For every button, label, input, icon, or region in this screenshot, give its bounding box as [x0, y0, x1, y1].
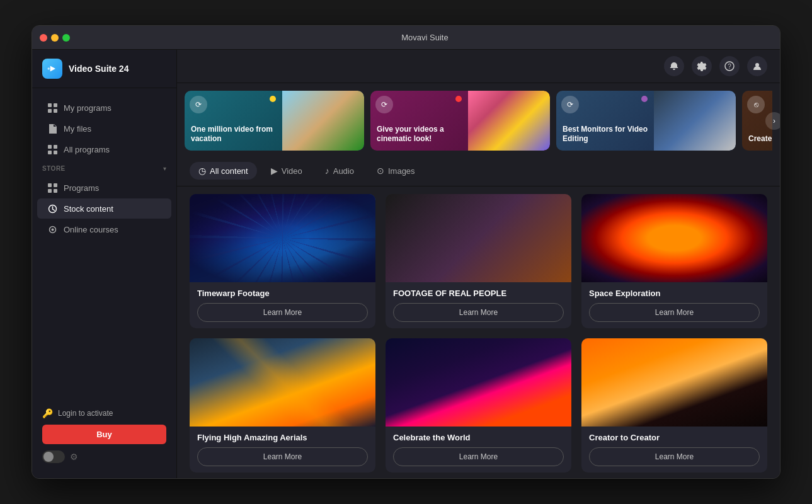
store-section: STORE ▾ Programs: [32, 160, 176, 239]
sidebar-header: Video Suite 24: [32, 50, 176, 88]
sidebar-item-online-courses[interactable]: Online courses: [37, 219, 171, 239]
card-body: Celebrate the World Learn More: [386, 427, 571, 472]
banner-badge-icon: ⟳: [561, 96, 579, 113]
card-title: Creator to Creator: [589, 433, 760, 442]
card-aerials[interactable]: Flying High Amazing Aerials Learn More: [190, 338, 375, 472]
banner-title: Best Monitors for Video Editing: [563, 125, 651, 144]
card-real-people[interactable]: FOOTAGE OF REAL PEOPLE Learn More: [386, 194, 571, 328]
card-title: FOOTAGE OF REAL PEOPLE: [393, 289, 564, 298]
tab-images[interactable]: ⊙ Images: [368, 162, 424, 180]
banner-section: ⟳ One million video from vacation ⟳ Give…: [177, 83, 780, 158]
banner-dot: [455, 96, 462, 102]
banner-title: Create Your Cartoons!: [748, 134, 772, 144]
learn-more-button[interactable]: Learn More: [393, 447, 564, 466]
svg-rect-12: [54, 189, 57, 193]
sidebar-item-stock-content[interactable]: Stock content: [37, 198, 171, 219]
banner-dot: [641, 96, 648, 102]
help-button[interactable]: ?: [719, 56, 740, 76]
buy-button[interactable]: Buy: [42, 425, 166, 444]
programs-icon: [47, 183, 57, 193]
card-title: Flying High Amazing Aerials: [197, 433, 368, 442]
svg-rect-6: [54, 145, 57, 149]
learn-more-button[interactable]: Learn More: [589, 303, 760, 322]
store-header[interactable]: STORE ▾: [32, 160, 176, 177]
video-icon: ▶: [271, 166, 278, 176]
tab-audio[interactable]: ♪ Audio: [316, 162, 363, 180]
card-title: Space Exploration: [589, 289, 760, 298]
app-window: Movavi Suite Video Suite 24: [31, 25, 781, 479]
card-title: Celebrate the World: [393, 433, 564, 442]
sidebar-item-label: My files: [64, 124, 91, 134]
card-body: Flying High Amazing Aerials Learn More: [190, 427, 375, 472]
card-space[interactable]: Space Exploration Learn More: [581, 194, 767, 328]
svg-rect-2: [54, 103, 57, 107]
settings-button[interactable]: [692, 56, 712, 76]
card-creator[interactable]: Creator to Creator Learn More: [581, 338, 767, 472]
svg-rect-7: [48, 151, 52, 154]
banner-dot: [270, 96, 276, 102]
banner-badge-icon: ⟳: [375, 96, 393, 113]
stock-icon: [47, 203, 57, 214]
banner-vacation[interactable]: ⟳ One million video from vacation: [185, 91, 364, 151]
svg-rect-1: [48, 103, 52, 107]
svg-rect-3: [48, 109, 52, 113]
card-image: [581, 194, 767, 282]
tab-all-content[interactable]: ◷ All content: [190, 162, 257, 180]
learn-more-button[interactable]: Learn More: [589, 447, 760, 466]
banner-cinematic[interactable]: ⟳ Give your videos a cinematic look!: [370, 91, 550, 151]
svg-rect-4: [54, 109, 57, 113]
tab-label: Audio: [333, 166, 354, 176]
svg-text:?: ?: [728, 63, 731, 70]
sidebar-item-my-programs[interactable]: My programs: [37, 98, 171, 118]
tab-label: All content: [210, 166, 248, 176]
banner-next-button[interactable]: ›: [765, 112, 780, 130]
learn-more-button[interactable]: Learn More: [393, 303, 564, 322]
sidebar-item-label: Stock content: [64, 204, 113, 214]
sidebar-item-programs[interactable]: Programs: [37, 178, 171, 198]
key-icon: 🔑: [42, 408, 53, 418]
banner-title: Give your videos a cinematic look!: [377, 125, 465, 144]
card-body: FOOTAGE OF REAL PEOPLE Learn More: [386, 282, 571, 328]
notifications-button[interactable]: [664, 56, 684, 76]
maximize-button[interactable]: [62, 34, 70, 42]
tab-label: Video: [282, 166, 302, 176]
traffic-lights: [40, 34, 70, 42]
banner-thumbnail: [654, 91, 736, 151]
card-celebrate[interactable]: Celebrate the World Learn More: [386, 338, 571, 472]
minimize-button[interactable]: [51, 34, 59, 42]
card-image: [190, 194, 375, 282]
sidebar-nav: My programs My files: [32, 88, 176, 401]
card-title: Timewarp Footage: [197, 289, 368, 298]
banner-thumbnail: [468, 91, 550, 151]
chevron-down-icon: ▾: [163, 165, 166, 172]
sidebar-item-all-programs[interactable]: All programs: [37, 139, 171, 159]
svg-rect-10: [54, 183, 57, 187]
theme-toggle[interactable]: [42, 450, 65, 463]
titlebar: Movavi Suite: [32, 26, 780, 50]
banner-monitors[interactable]: ⟳ Best Monitors for Video Editing: [556, 91, 736, 151]
app-name: Video Suite 24: [69, 64, 129, 74]
card-body: Timewarp Footage Learn More: [190, 282, 375, 328]
card-image: [190, 338, 375, 427]
banner-badge-icon: ⟳: [190, 96, 207, 113]
close-button[interactable]: [40, 34, 47, 42]
content-grid: Timewarp Footage Learn More FOOTAGE OF R…: [177, 186, 780, 478]
svg-rect-11: [48, 189, 52, 193]
card-body: Creator to Creator Learn More: [581, 427, 767, 472]
window-title: Movavi Suite: [77, 33, 772, 42]
sidebar-item-my-files[interactable]: My files: [37, 118, 171, 139]
card-image: [386, 338, 571, 427]
apps-icon: [47, 144, 57, 154]
all-content-icon: ◷: [198, 166, 206, 176]
card-body: Space Exploration Learn More: [581, 282, 767, 328]
svg-rect-8: [54, 151, 57, 154]
learn-more-button[interactable]: Learn More: [197, 303, 368, 322]
learn-more-button[interactable]: Learn More: [197, 447, 368, 466]
tab-video[interactable]: ▶ Video: [262, 162, 311, 180]
svg-point-15: [51, 228, 54, 231]
profile-button[interactable]: [747, 56, 767, 76]
banner-thumbnail: [282, 91, 364, 151]
settings-icon-sm[interactable]: ⚙: [70, 452, 78, 462]
svg-rect-5: [48, 145, 52, 149]
card-timewarp[interactable]: Timewarp Footage Learn More: [190, 194, 375, 328]
